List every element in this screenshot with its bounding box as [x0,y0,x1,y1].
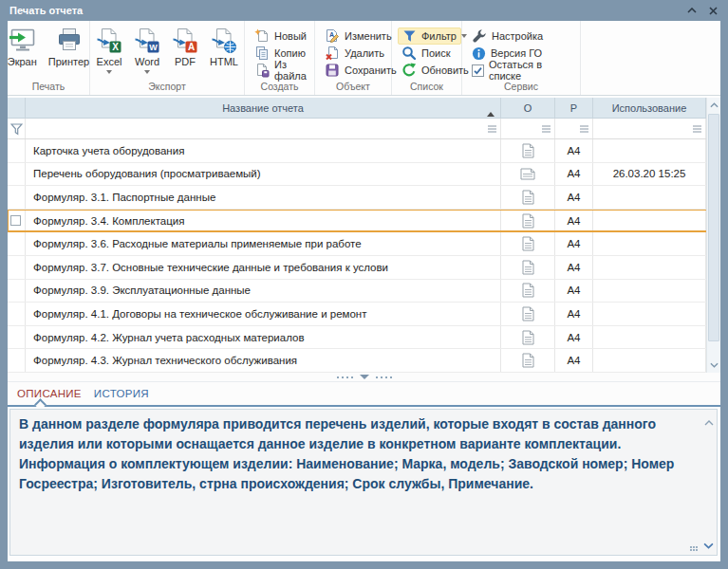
tab-description[interactable]: ОПИСАНИЕ [17,388,82,399]
document-portrait-icon [522,236,534,251]
usage-cell [593,349,706,372]
wrench-icon [472,28,487,44]
orientation-cell [501,186,555,209]
scrollbar-thumb[interactable] [708,114,719,341]
splitter-collapse-icon[interactable] [360,375,369,379]
document-portrait-icon [522,190,534,205]
screen-button-label: Экран [8,56,37,68]
row-gutter [8,139,26,162]
stay-in-list-checkbox[interactable]: Остаться в списке [468,62,580,79]
tab-history[interactable]: ИСТОРИЯ [94,388,149,399]
usage-cell: 26.03.20 15:25 [593,163,706,186]
filter-menu-icon[interactable] [542,125,551,133]
report-name-cell: Формуляр. 3.7. Основные технические данн… [26,256,501,279]
close-button[interactable] [705,3,720,18]
printer-button[interactable]: Принтер [44,26,94,70]
row-checkbox[interactable] [10,215,21,226]
filter-menu-icon[interactable] [488,125,496,133]
new-document-icon [254,28,270,44]
pdf-file-icon: A [172,28,198,54]
filter-menu-icon[interactable] [580,125,588,133]
refresh-icon [401,63,417,78]
chevron-down-icon [710,362,719,368]
export-html-button[interactable]: HTML [205,26,243,70]
header-usage[interactable]: Использование [593,98,706,118]
pane-splitter[interactable] [8,373,720,382]
splitter-dots [337,376,353,378]
table-row[interactable]: Формуляр. 3.6. Расходные материалы приме… [8,232,706,256]
page-format-cell: А4 [555,211,593,231]
filter-cell-orientation[interactable] [501,119,555,138]
delete-icon [325,46,340,61]
export-pdf-button[interactable]: A PDF [167,26,203,70]
collapse-window-button[interactable] [684,3,700,18]
screen-icon [8,28,36,54]
page-format-cell: А4 [555,139,593,162]
orientation-cell [501,211,555,231]
table-row[interactable]: Карточка учета оборудования А4 [8,139,706,163]
excel-file-icon: X [96,28,122,54]
table-row[interactable]: Формуляр. 4.1. Договоры на техническое о… [8,303,706,326]
ribbon-group-list-label: Список [392,80,461,95]
header-report-name[interactable]: Название отчета [26,98,501,118]
export-excel-label: Excel [97,56,122,68]
settings-button[interactable]: Настройка [468,28,580,45]
table-row[interactable]: Формуляр. 3.9. Эксплуатационные данные А… [8,280,706,303]
filter-cell-usage[interactable] [593,119,706,138]
filter-cell-page[interactable] [555,119,593,138]
export-word-button[interactable]: W Word [129,26,165,76]
table-scrollbar[interactable] [706,98,720,373]
svg-text:W: W [149,43,158,52]
ribbon-empty-space [581,21,720,95]
orientation-cell [501,256,555,279]
document-portrait-icon [522,330,534,345]
row-gutter [8,163,26,186]
from-file-button[interactable]: Из файла [251,62,314,79]
scroll-up-button[interactable] [707,98,720,113]
document-portrait-icon [522,353,534,368]
screen-button[interactable]: Экран [3,26,42,70]
print-report-window: Печать отчета [0,0,728,569]
filter-icon [402,29,417,44]
word-dropdown-icon[interactable] [144,70,150,74]
edit-button[interactable]: A Изменить [321,28,391,45]
chevron-up-icon [687,8,697,13]
scroll-down-button[interactable] [707,358,720,373]
row-gutter [8,186,26,209]
refresh-button[interactable]: Обновить [398,62,461,79]
header-page-format[interactable]: Р [555,98,593,118]
usage-cell [593,232,706,255]
filter-cell-name[interactable] [26,119,501,138]
table-row[interactable]: Формуляр. 4.2. Журнал учета расходных ма… [8,326,706,350]
new-button[interactable]: Новый [251,28,314,45]
ribbon-group-export-label: Экспорт [90,80,244,95]
table-row[interactable]: Формуляр. 3.1. Паспортные данные А4 [8,186,706,210]
save-button[interactable]: Сохранить [321,62,391,79]
usage-cell [593,326,706,349]
chevron-down-icon [703,542,714,549]
export-word-label: Word [135,56,159,68]
excel-dropdown-icon[interactable] [106,70,112,74]
row-gutter [8,232,26,255]
row-gutter [8,211,26,231]
description-text: В данном разделе формуляра приводится пе… [10,410,717,499]
table-row[interactable]: Формуляр. 3.7. Основные технические данн… [8,256,706,280]
ribbon-group-print-label: Печать [8,80,89,95]
save-icon [325,63,340,78]
search-button[interactable]: Поиск [398,45,461,62]
usage-cell [593,256,706,279]
table-row[interactable]: Формуляр. 3.4. Комплектация А4 [8,210,706,233]
usage-cell [593,139,706,162]
description-scroll-down-button[interactable] [703,536,714,553]
filter-menu-icon[interactable] [693,125,701,133]
export-excel-button[interactable]: X Excel [91,26,127,76]
filter-button[interactable]: Фильтр [398,28,461,45]
table-row[interactable]: Формуляр. 4.3. Журнал технического обслу… [8,349,706,373]
ribbon-group-create-label: Создать [245,80,314,95]
header-orientation[interactable]: О [501,98,555,118]
table-header-row: Название отчета О Р Использование [8,98,706,119]
description-scroll-up-button[interactable] [704,413,714,430]
delete-button[interactable]: Удалить [321,45,391,62]
checkbox-checked-icon [472,64,484,77]
table-row[interactable]: Перечень оборудования (просматриваемый) … [8,163,706,187]
